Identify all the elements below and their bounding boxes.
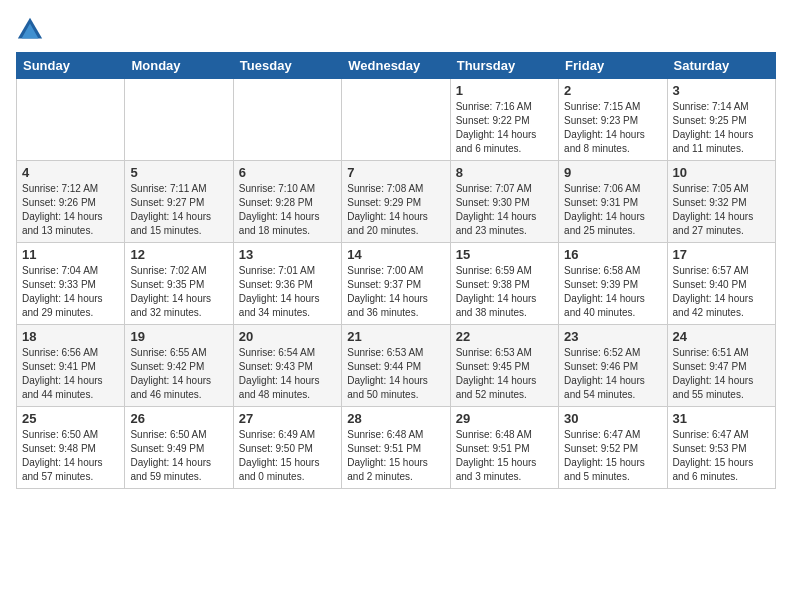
cell-content: Sunrise: 7:16 AM Sunset: 9:22 PM Dayligh… — [456, 100, 553, 156]
calendar-cell — [342, 79, 450, 161]
day-number: 17 — [673, 247, 770, 262]
cell-content: Sunrise: 6:55 AM Sunset: 9:42 PM Dayligh… — [130, 346, 227, 402]
calendar-cell: 25Sunrise: 6:50 AM Sunset: 9:48 PM Dayli… — [17, 407, 125, 489]
cell-content: Sunrise: 6:53 AM Sunset: 9:44 PM Dayligh… — [347, 346, 444, 402]
calendar-cell — [233, 79, 341, 161]
day-number: 31 — [673, 411, 770, 426]
cell-content: Sunrise: 7:01 AM Sunset: 9:36 PM Dayligh… — [239, 264, 336, 320]
calendar-cell: 9Sunrise: 7:06 AM Sunset: 9:31 PM Daylig… — [559, 161, 667, 243]
cell-content: Sunrise: 6:57 AM Sunset: 9:40 PM Dayligh… — [673, 264, 770, 320]
calendar-table: SundayMondayTuesdayWednesdayThursdayFrid… — [16, 52, 776, 489]
cell-content: Sunrise: 7:10 AM Sunset: 9:28 PM Dayligh… — [239, 182, 336, 238]
logo-icon — [16, 16, 44, 44]
cell-content: Sunrise: 6:49 AM Sunset: 9:50 PM Dayligh… — [239, 428, 336, 484]
day-number: 23 — [564, 329, 661, 344]
day-number: 11 — [22, 247, 119, 262]
calendar-cell: 13Sunrise: 7:01 AM Sunset: 9:36 PM Dayli… — [233, 243, 341, 325]
cell-content: Sunrise: 7:12 AM Sunset: 9:26 PM Dayligh… — [22, 182, 119, 238]
cell-content: Sunrise: 6:58 AM Sunset: 9:39 PM Dayligh… — [564, 264, 661, 320]
cell-content: Sunrise: 6:48 AM Sunset: 9:51 PM Dayligh… — [456, 428, 553, 484]
day-number: 27 — [239, 411, 336, 426]
calendar-cell: 8Sunrise: 7:07 AM Sunset: 9:30 PM Daylig… — [450, 161, 558, 243]
calendar-cell: 2Sunrise: 7:15 AM Sunset: 9:23 PM Daylig… — [559, 79, 667, 161]
day-number: 6 — [239, 165, 336, 180]
weekday-header-saturday: Saturday — [667, 53, 775, 79]
day-number: 4 — [22, 165, 119, 180]
day-number: 12 — [130, 247, 227, 262]
day-number: 18 — [22, 329, 119, 344]
cell-content: Sunrise: 6:47 AM Sunset: 9:52 PM Dayligh… — [564, 428, 661, 484]
day-number: 2 — [564, 83, 661, 98]
header — [16, 16, 776, 44]
cell-content: Sunrise: 6:54 AM Sunset: 9:43 PM Dayligh… — [239, 346, 336, 402]
day-number: 29 — [456, 411, 553, 426]
day-number: 20 — [239, 329, 336, 344]
calendar-cell: 7Sunrise: 7:08 AM Sunset: 9:29 PM Daylig… — [342, 161, 450, 243]
day-number: 30 — [564, 411, 661, 426]
day-number: 5 — [130, 165, 227, 180]
calendar-cell: 26Sunrise: 6:50 AM Sunset: 9:49 PM Dayli… — [125, 407, 233, 489]
day-number: 1 — [456, 83, 553, 98]
logo — [16, 16, 48, 44]
calendar-cell: 20Sunrise: 6:54 AM Sunset: 9:43 PM Dayli… — [233, 325, 341, 407]
calendar-cell: 21Sunrise: 6:53 AM Sunset: 9:44 PM Dayli… — [342, 325, 450, 407]
calendar-cell: 1Sunrise: 7:16 AM Sunset: 9:22 PM Daylig… — [450, 79, 558, 161]
calendar-week-row: 25Sunrise: 6:50 AM Sunset: 9:48 PM Dayli… — [17, 407, 776, 489]
calendar-cell: 22Sunrise: 6:53 AM Sunset: 9:45 PM Dayli… — [450, 325, 558, 407]
calendar-week-row: 1Sunrise: 7:16 AM Sunset: 9:22 PM Daylig… — [17, 79, 776, 161]
calendar-cell: 15Sunrise: 6:59 AM Sunset: 9:38 PM Dayli… — [450, 243, 558, 325]
calendar-cell: 6Sunrise: 7:10 AM Sunset: 9:28 PM Daylig… — [233, 161, 341, 243]
cell-content: Sunrise: 7:00 AM Sunset: 9:37 PM Dayligh… — [347, 264, 444, 320]
day-number: 14 — [347, 247, 444, 262]
day-number: 9 — [564, 165, 661, 180]
calendar-cell: 11Sunrise: 7:04 AM Sunset: 9:33 PM Dayli… — [17, 243, 125, 325]
cell-content: Sunrise: 6:53 AM Sunset: 9:45 PM Dayligh… — [456, 346, 553, 402]
calendar-cell — [125, 79, 233, 161]
cell-content: Sunrise: 6:50 AM Sunset: 9:49 PM Dayligh… — [130, 428, 227, 484]
day-number: 13 — [239, 247, 336, 262]
calendar-cell: 5Sunrise: 7:11 AM Sunset: 9:27 PM Daylig… — [125, 161, 233, 243]
cell-content: Sunrise: 7:05 AM Sunset: 9:32 PM Dayligh… — [673, 182, 770, 238]
cell-content: Sunrise: 7:06 AM Sunset: 9:31 PM Dayligh… — [564, 182, 661, 238]
calendar-cell: 28Sunrise: 6:48 AM Sunset: 9:51 PM Dayli… — [342, 407, 450, 489]
calendar-cell: 24Sunrise: 6:51 AM Sunset: 9:47 PM Dayli… — [667, 325, 775, 407]
calendar-cell: 16Sunrise: 6:58 AM Sunset: 9:39 PM Dayli… — [559, 243, 667, 325]
calendar-cell — [17, 79, 125, 161]
day-number: 24 — [673, 329, 770, 344]
calendar-week-row: 11Sunrise: 7:04 AM Sunset: 9:33 PM Dayli… — [17, 243, 776, 325]
weekday-header-row: SundayMondayTuesdayWednesdayThursdayFrid… — [17, 53, 776, 79]
cell-content: Sunrise: 7:15 AM Sunset: 9:23 PM Dayligh… — [564, 100, 661, 156]
cell-content: Sunrise: 7:08 AM Sunset: 9:29 PM Dayligh… — [347, 182, 444, 238]
calendar-cell: 14Sunrise: 7:00 AM Sunset: 9:37 PM Dayli… — [342, 243, 450, 325]
day-number: 28 — [347, 411, 444, 426]
day-number: 25 — [22, 411, 119, 426]
weekday-header-wednesday: Wednesday — [342, 53, 450, 79]
cell-content: Sunrise: 7:07 AM Sunset: 9:30 PM Dayligh… — [456, 182, 553, 238]
cell-content: Sunrise: 6:51 AM Sunset: 9:47 PM Dayligh… — [673, 346, 770, 402]
calendar-cell: 30Sunrise: 6:47 AM Sunset: 9:52 PM Dayli… — [559, 407, 667, 489]
calendar-week-row: 18Sunrise: 6:56 AM Sunset: 9:41 PM Dayli… — [17, 325, 776, 407]
page-wrapper: SundayMondayTuesdayWednesdayThursdayFrid… — [16, 16, 776, 489]
day-number: 16 — [564, 247, 661, 262]
day-number: 21 — [347, 329, 444, 344]
day-number: 19 — [130, 329, 227, 344]
cell-content: Sunrise: 6:52 AM Sunset: 9:46 PM Dayligh… — [564, 346, 661, 402]
calendar-cell: 10Sunrise: 7:05 AM Sunset: 9:32 PM Dayli… — [667, 161, 775, 243]
calendar-cell: 19Sunrise: 6:55 AM Sunset: 9:42 PM Dayli… — [125, 325, 233, 407]
calendar-cell: 27Sunrise: 6:49 AM Sunset: 9:50 PM Dayli… — [233, 407, 341, 489]
calendar-cell: 4Sunrise: 7:12 AM Sunset: 9:26 PM Daylig… — [17, 161, 125, 243]
cell-content: Sunrise: 7:14 AM Sunset: 9:25 PM Dayligh… — [673, 100, 770, 156]
day-number: 3 — [673, 83, 770, 98]
calendar-cell: 23Sunrise: 6:52 AM Sunset: 9:46 PM Dayli… — [559, 325, 667, 407]
cell-content: Sunrise: 6:50 AM Sunset: 9:48 PM Dayligh… — [22, 428, 119, 484]
calendar-cell: 18Sunrise: 6:56 AM Sunset: 9:41 PM Dayli… — [17, 325, 125, 407]
cell-content: Sunrise: 7:11 AM Sunset: 9:27 PM Dayligh… — [130, 182, 227, 238]
weekday-header-sunday: Sunday — [17, 53, 125, 79]
day-number: 7 — [347, 165, 444, 180]
cell-content: Sunrise: 6:47 AM Sunset: 9:53 PM Dayligh… — [673, 428, 770, 484]
cell-content: Sunrise: 6:56 AM Sunset: 9:41 PM Dayligh… — [22, 346, 119, 402]
cell-content: Sunrise: 6:48 AM Sunset: 9:51 PM Dayligh… — [347, 428, 444, 484]
day-number: 8 — [456, 165, 553, 180]
cell-content: Sunrise: 7:02 AM Sunset: 9:35 PM Dayligh… — [130, 264, 227, 320]
weekday-header-friday: Friday — [559, 53, 667, 79]
